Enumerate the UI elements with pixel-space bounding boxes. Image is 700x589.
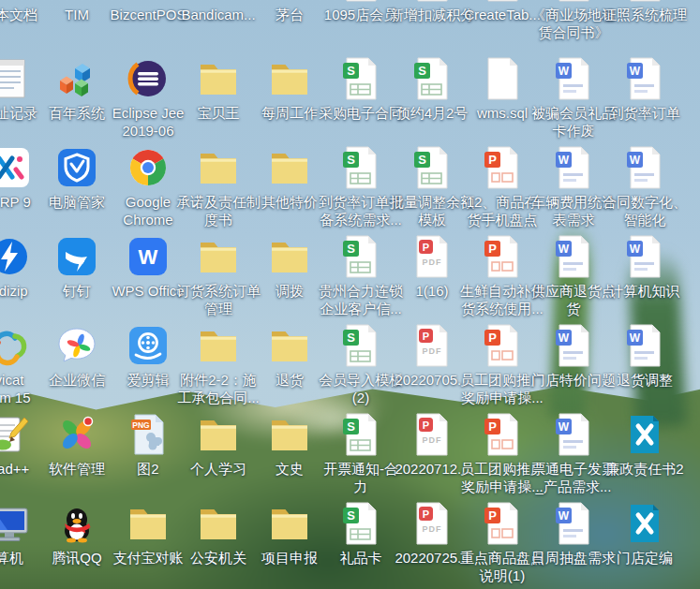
- desktop-icon[interactable]: 附件2-2：施 工承包合同...: [183, 323, 254, 409]
- wps-sheet-file-icon: S: [338, 412, 383, 457]
- folder-icon: [267, 323, 312, 368]
- this-pc-icon: [0, 501, 32, 546]
- desktop-icon[interactable]: 承诺及责任制 度书: [183, 145, 254, 231]
- pdf-file-icon: PPDF: [410, 412, 454, 457]
- wps-office-app-icon: W: [126, 234, 171, 279]
- svg-text:W: W: [559, 65, 570, 78]
- desktop-icon-label: 合同数字化、 智能化: [599, 193, 691, 228]
- desktop-icon-label: 退货调整: [599, 371, 691, 389]
- desktop-icon[interactable]: P重点商品盘点 说明(1): [467, 501, 538, 587]
- svg-text:W: W: [630, 243, 641, 256]
- software-manager-app-icon: [54, 412, 99, 457]
- desktop-icon[interactable]: Eclipse Jee 2019-06: [112, 56, 184, 142]
- wps-sheet-file-icon: S: [338, 56, 383, 101]
- desktop-icon[interactable]: 订货系统订单 管理: [183, 234, 254, 320]
- desktop-icon[interactable]: W日周抽盘需求: [538, 501, 609, 587]
- folder-icon: [196, 145, 241, 190]
- chrome-app-icon: [126, 145, 171, 190]
- pdf-file-icon: PPDF: [410, 234, 454, 279]
- desktop-icon[interactable]: W到货率订单: [609, 56, 680, 142]
- notepadpp-app-icon: [0, 412, 32, 457]
- desktop-icon[interactable]: 证照系统梳理: [609, 0, 680, 44]
- desktop-icon[interactable]: W供应商退货点 货: [538, 234, 609, 320]
- wecom-app-icon: [54, 323, 99, 368]
- pdf-file-icon: PPDF: [410, 323, 454, 368]
- desktop-icon[interactable]: 个人学习: [183, 412, 254, 498]
- desktop-icon[interactable]: 廉政责任书2: [609, 412, 680, 498]
- wps-ppt-file-icon: P: [480, 323, 525, 368]
- svg-text:S: S: [347, 153, 355, 167]
- folder-icon: [267, 0, 312, 3]
- desktop-icon[interactable]: pad++: [0, 412, 45, 498]
- desktop-icon[interactable]: S贵州合力连锁 企业客户信...: [325, 234, 396, 320]
- desktop-icon[interactable]: S会员导入模板 (2): [325, 323, 396, 409]
- svg-text:P: P: [488, 153, 497, 167]
- wps-sheet-file-icon: S: [410, 145, 454, 190]
- plain-doc-file-icon: [551, 0, 596, 3]
- desktop-icon-grid: 文本文档TIMBizcentPOSBandicam...茅台S1095店会员S新…: [0, 0, 700, 589]
- desktop-icon[interactable]: 腾讯QQ: [41, 501, 112, 587]
- desktop-icon[interactable]: 项目申报: [254, 501, 325, 587]
- desktop-icon[interactable]: W门店特价问题: [538, 323, 609, 409]
- svg-text:P: P: [488, 508, 497, 523]
- wps-word-file-icon: W: [622, 323, 667, 368]
- desktop-icon[interactable]: 网址记录: [0, 56, 45, 142]
- qq-app-icon: [54, 501, 99, 546]
- wps-word-file-icon: W: [551, 234, 596, 279]
- desktop-icon-label: 廉政责任书2: [599, 460, 691, 478]
- svg-text:P: P: [488, 242, 497, 256]
- wps-word-file-icon: W: [622, 56, 667, 101]
- desktop-icon[interactable]: 宝贝王: [183, 56, 254, 142]
- svg-text:S: S: [347, 242, 355, 256]
- desktop[interactable]: 文本文档TIMBizcentPOSBandicam...茅台S1095店会员S新…: [0, 0, 700, 589]
- desktop-icon[interactable]: 公安机关: [183, 501, 254, 587]
- desktop-icon[interactable]: S开票通知-合 力: [325, 412, 396, 498]
- desktop-icon[interactable]: W计算机知识: [609, 234, 680, 320]
- desktop-icon[interactable]: P员工团购推广 奖励申请操...: [467, 323, 538, 409]
- desktop-icon[interactable]: W票通电子发票 _产品需求...: [538, 412, 609, 498]
- svg-text:PDF: PDF: [423, 258, 442, 267]
- folder-icon: [267, 412, 312, 457]
- desktop-icon[interactable]: W被骗会员礼品 卡作废: [538, 56, 609, 142]
- folder-icon: [267, 501, 312, 546]
- notepad-file-icon: [0, 0, 32, 3]
- desktop-icon[interactable]: 软件管理: [41, 412, 112, 498]
- wps-ppt-file-icon: P: [480, 412, 525, 457]
- desktop-icon[interactable]: S礼品卡: [325, 501, 396, 587]
- eclipse-app-icon: [126, 56, 171, 101]
- desktop-icon[interactable]: 企业微信: [41, 323, 112, 409]
- blank-file-icon: [480, 0, 525, 3]
- svg-text:W: W: [559, 509, 570, 523]
- folder-icon: [196, 234, 241, 279]
- dingtalk-app-icon: [54, 234, 99, 279]
- desktop-icon[interactable]: W退货调整: [609, 323, 680, 409]
- desktop-icon-label: 到货率订单: [599, 104, 691, 122]
- svg-text:P: P: [423, 508, 429, 520]
- folder-icon: [267, 234, 312, 279]
- desktop-icon[interactable]: S采购电子合同: [325, 56, 396, 142]
- wps-ppt-file-icon: P: [480, 145, 525, 190]
- wps-word-file-icon: W: [551, 412, 596, 457]
- svg-text:W: W: [630, 331, 641, 345]
- desktop-icon[interactable]: PNG图2: [112, 412, 184, 498]
- desktop-icon[interactable]: 支付宝对账: [112, 501, 184, 587]
- cubes-app-icon: [54, 56, 99, 101]
- wps-sheet-file-icon: S: [338, 234, 383, 279]
- pdf-file-icon: PPDF: [410, 501, 454, 546]
- desktop-icon[interactable]: 钉钉: [41, 234, 112, 320]
- svg-text:P: P: [423, 242, 429, 253]
- desktop-icon[interactable]: e RP 9: [0, 145, 45, 231]
- desktop-icon[interactable]: 门店定编: [609, 501, 680, 587]
- tim-app-icon: [54, 0, 99, 3]
- svg-text:P: P: [488, 420, 497, 434]
- desktop-icon[interactable]: S预约4月2号: [396, 56, 468, 142]
- wps-word-file-icon: W: [622, 234, 667, 279]
- axure-app-icon: [0, 145, 32, 190]
- wps-sheet-file-icon: S: [338, 501, 383, 546]
- desktop-icon[interactable]: W合同数字化、 智能化: [609, 145, 680, 231]
- desktop-icon[interactable]: 算机: [0, 501, 45, 587]
- desktop-icon[interactable]: ndizip: [0, 234, 45, 320]
- desktop-icon[interactable]: vicat ium 15: [0, 323, 45, 409]
- wps-sheet-file-icon: S: [410, 56, 454, 101]
- desktop-icon[interactable]: 每周工作: [254, 56, 325, 142]
